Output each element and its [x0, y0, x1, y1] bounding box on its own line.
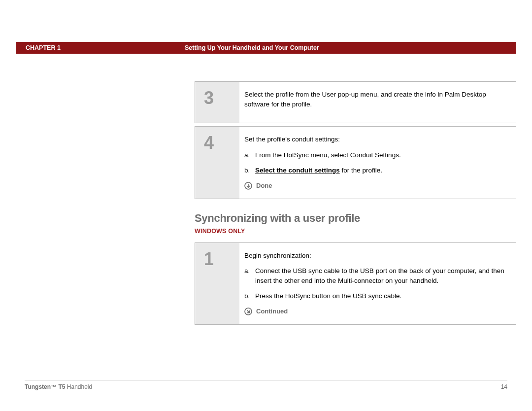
step-number: 1 [195, 243, 239, 324]
page-footer: Tungsten™ T5 Handheld 14 [25, 380, 507, 390]
step-body: Set the profile's conduit settings: a. F… [239, 127, 516, 199]
step-number: 3 [195, 82, 239, 123]
main-content: 3 Select the profile from the User pop-u… [195, 81, 516, 328]
step-block: 4 Set the profile's conduit settings: a.… [195, 126, 516, 199]
substep-letter: a. [244, 150, 255, 160]
step-text: Select the profile from the User pop-up … [244, 90, 507, 109]
substep: a. From the HotSync menu, select Conduit… [244, 150, 507, 160]
step-body: Select the profile from the User pop-up … [239, 82, 516, 123]
conduit-settings-link[interactable]: Select the conduit settings [255, 167, 340, 174]
step-body: Begin synchronization: a. Connect the US… [239, 243, 516, 324]
chapter-header: CHAPTER 1 Setting Up Your Handheld and Y… [16, 42, 516, 54]
done-indicator: Done [244, 181, 507, 191]
substep: a. Connect the USB sync cable to the USB… [244, 266, 507, 285]
substep: b. Press the HotSync button on the USB s… [244, 291, 507, 301]
substep-text: Press the HotSync button on the USB sync… [255, 291, 507, 301]
page-number: 14 [501, 383, 507, 390]
product-name-rest: Handheld [65, 383, 92, 390]
step-number: 4 [195, 127, 239, 199]
step-text: Begin synchronization: [244, 251, 507, 261]
substep-letter: a. [244, 266, 255, 285]
arrow-down-icon [244, 182, 252, 190]
continued-indicator: Continued [244, 307, 507, 316]
product-name: Tungsten™ T5 Handheld [25, 383, 92, 390]
substep-letter: b. [244, 166, 255, 175]
substep: b. Select the conduit settings for the p… [244, 166, 507, 175]
chapter-title: Setting Up Your Handheld and Your Comput… [185, 44, 319, 51]
product-name-bold: Tungsten™ T5 [25, 383, 65, 390]
os-tag: WINDOWS ONLY [195, 228, 516, 235]
arrow-diagonal-icon [244, 308, 252, 315]
continued-label: Continued [256, 307, 288, 316]
step-text: Set the profile's conduit settings: [244, 135, 507, 144]
substep-text-after: for the profile. [340, 167, 382, 174]
step-block: 1 Begin synchronization: a. Connect the … [195, 242, 516, 325]
section-heading: Synchronizing with a user profile [195, 212, 516, 225]
substep-text: From the HotSync menu, select Conduit Se… [255, 150, 507, 160]
done-label: Done [256, 181, 272, 191]
chapter-label: CHAPTER 1 [26, 44, 185, 51]
substep-text: Connect the USB sync cable to the USB po… [255, 266, 507, 285]
step-block: 3 Select the profile from the User pop-u… [195, 81, 516, 123]
substep-text: Select the conduit settings for the prof… [255, 166, 507, 175]
substep-letter: b. [244, 291, 255, 301]
